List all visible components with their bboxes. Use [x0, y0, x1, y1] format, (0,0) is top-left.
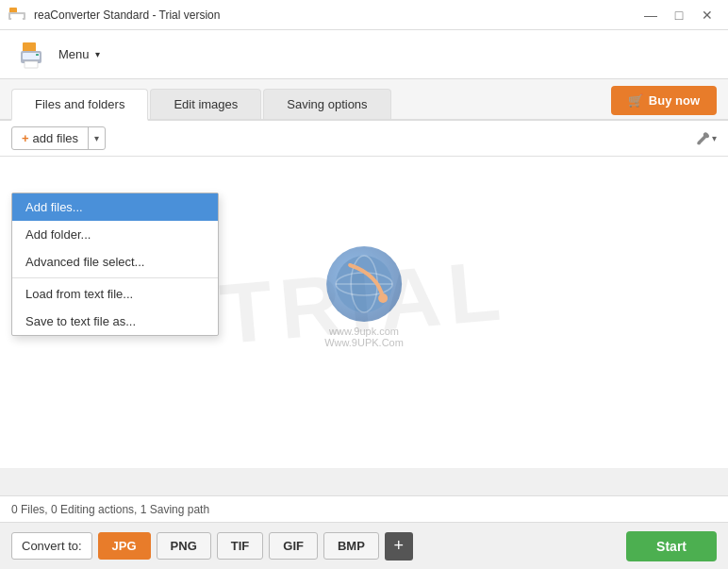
plus-icon: + — [22, 131, 29, 145]
svg-rect-8 — [36, 54, 39, 56]
maximize-button[interactable]: □ — [666, 2, 692, 28]
minimize-button[interactable]: — — [637, 2, 664, 28]
tab-saving[interactable]: Saving options — [263, 89, 390, 119]
cart-icon: 🛒 — [628, 93, 643, 108]
svg-rect-2 — [10, 14, 24, 18]
tools-button[interactable]: ▾ — [695, 131, 717, 146]
globe-icon — [331, 251, 397, 317]
format-tif-button[interactable]: TIF — [217, 532, 264, 560]
format-gif-button[interactable]: GIF — [269, 532, 318, 560]
dropdown-item-add-folder[interactable]: Add folder... — [12, 221, 218, 248]
svg-point-11 — [336, 273, 392, 295]
svg-rect-3 — [11, 18, 23, 23]
convert-label: Convert to: — [11, 532, 92, 560]
main-content: TRIAL www.9upk.com Www.9UPK.Com Add file… — [0, 157, 728, 468]
svg-point-10 — [351, 256, 377, 312]
svg-point-13 — [378, 293, 388, 303]
bottombar: Convert to: JPG PNG TIF GIF BMP + Start — [0, 522, 728, 569]
tab-files[interactable]: Files and folders — [11, 89, 148, 121]
menu-label: Menu — [58, 47, 90, 61]
watermark-url2: Www.9UPK.Com — [324, 337, 404, 348]
format-jpg-button[interactable]: JPG — [98, 532, 151, 560]
titlebar: reaConverter Standard - Trial version — … — [0, 0, 728, 30]
logo-circle — [326, 246, 402, 322]
tab-edit[interactable]: Edit images — [150, 89, 261, 119]
format-bmp-button[interactable]: BMP — [323, 532, 379, 560]
watermark-logo: www.9upk.com Www.9UPK.Com — [324, 246, 404, 348]
buy-label: Buy now — [649, 93, 700, 108]
action-bar: + add files ▾ ▾ — [0, 121, 728, 157]
add-files-button[interactable]: + add files ▾ — [11, 126, 106, 150]
dropdown-separator — [12, 277, 218, 278]
add-files-label: add files — [33, 131, 78, 145]
start-button[interactable]: Start — [626, 531, 717, 561]
format-png-button[interactable]: PNG — [157, 532, 211, 560]
dropdown-item-save-text[interactable]: Save to text file as... — [12, 308, 218, 335]
printer-icon — [19, 41, 53, 69]
dropdown-menu: Add files... Add folder... Advanced file… — [11, 192, 219, 336]
app-icon — [8, 6, 26, 25]
wrench-icon — [695, 131, 710, 146]
dropdown-item-add-files[interactable]: Add files... — [12, 193, 218, 221]
dropdown-item-load-text[interactable]: Load from text file... — [12, 280, 218, 308]
watermark-url1: www.9upk.com — [329, 326, 399, 337]
trial-watermark: TRIAL — [217, 242, 512, 363]
svg-rect-7 — [25, 61, 38, 68]
add-files-dropdown-arrow[interactable]: ▾ — [89, 129, 105, 147]
svg-rect-4 — [23, 42, 36, 52]
svg-point-9 — [336, 256, 392, 312]
app-title: reaConverter Standard - Trial version — [34, 8, 220, 22]
toolbar: Menu ▾ — [0, 30, 728, 79]
nav-tabs: Files and folders Edit images Saving opt… — [0, 79, 728, 121]
status-text: 0 Files, 0 Editing actions, 1 Saving pat… — [11, 503, 209, 516]
titlebar-controls: — □ ✕ — [637, 2, 720, 28]
dropdown-item-advanced[interactable]: Advanced file select... — [12, 248, 218, 276]
buy-button[interactable]: 🛒 Buy now — [611, 86, 717, 115]
add-files-main: + add files — [12, 127, 89, 149]
tools-arrow-icon: ▾ — [712, 133, 717, 143]
add-format-button[interactable]: + — [385, 532, 413, 561]
statusbar: 0 Files, 0 Editing actions, 1 Saving pat… — [0, 495, 728, 522]
menu-button[interactable]: Menu ▾ — [11, 37, 108, 73]
titlebar-left: reaConverter Standard - Trial version — [8, 6, 220, 25]
menu-arrow-icon: ▾ — [95, 49, 100, 59]
close-button[interactable]: ✕ — [694, 2, 720, 28]
